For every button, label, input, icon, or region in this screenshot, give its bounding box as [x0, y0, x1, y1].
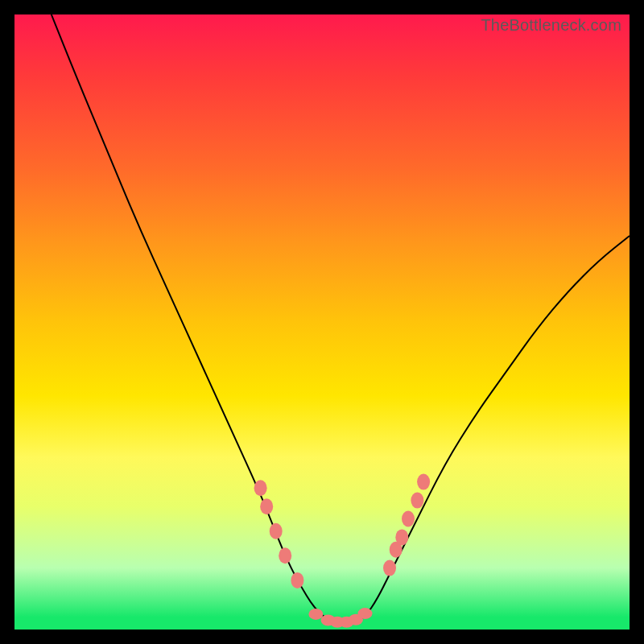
data-point — [358, 608, 373, 619]
data-point — [254, 480, 267, 496]
data-point — [270, 523, 283, 539]
bottleneck-curve — [14, 14, 630, 630]
data-point — [402, 511, 415, 527]
data-point — [260, 498, 273, 514]
data-point — [308, 609, 323, 620]
data-point — [279, 547, 291, 564]
chart-frame: TheBottleneck.com — [0, 0, 644, 644]
data-point — [417, 474, 430, 490]
data-point — [383, 560, 396, 576]
data-point — [395, 529, 408, 545]
bottom-dot-cluster — [308, 608, 372, 628]
right-dot-cluster — [383, 474, 430, 576]
curve-path — [52, 14, 630, 623]
data-point — [291, 572, 303, 588]
plot-area: TheBottleneck.com — [14, 14, 630, 630]
data-point — [411, 493, 423, 509]
